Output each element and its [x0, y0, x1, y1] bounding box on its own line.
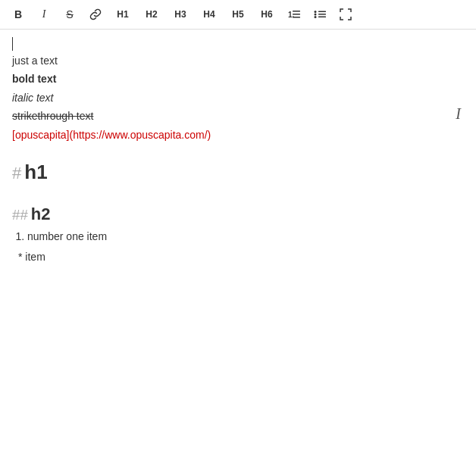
svg-rect-3 — [293, 17, 300, 18]
text-line-strikethrough: strikethrough text — [12, 108, 464, 124]
text-line-bold: bold text — [12, 70, 464, 87]
italic-text: italic text — [12, 92, 53, 104]
ordered-list-button[interactable]: 1. — [282, 3, 306, 26]
svg-rect-1 — [293, 11, 300, 12]
h2-prefix: ## — [12, 207, 28, 223]
svg-rect-2 — [293, 14, 300, 15]
h6-button[interactable]: H6 — [253, 3, 280, 26]
heading-h2: ##h2 — [12, 204, 464, 226]
strikethrough-button[interactable]: S — [58, 3, 82, 26]
cursor-indicator — [12, 37, 13, 51]
h5-button[interactable]: H5 — [224, 3, 252, 26]
svg-point-6 — [315, 16, 317, 18]
h6-label: H6 — [261, 9, 272, 20]
h4-label: H4 — [203, 9, 215, 20]
bold-label: B — [14, 8, 22, 20]
editor-toolbar: B I S H1 H2 H3 H4 H5 H6 1. — [0, 0, 476, 30]
strikethrough-text: strikethrough text — [12, 110, 93, 122]
bold-text: bold text — [12, 73, 56, 85]
link-icon — [89, 8, 102, 20]
text-cursor-icon: I — [456, 105, 461, 123]
ordered-item-text: number one item — [27, 230, 107, 242]
h3-button[interactable]: H3 — [167, 3, 194, 26]
h1-content: h1 — [24, 161, 47, 183]
text-line-link: [opuscapita](https://www.opuscapita.com/… — [12, 126, 464, 143]
svg-point-4 — [315, 11, 317, 13]
h3-label: H3 — [174, 9, 186, 20]
h1-prefix: # — [12, 164, 21, 183]
bullet-list: item — [18, 248, 464, 265]
bullet-list-item: item — [18, 248, 464, 265]
plain-text: just a text — [12, 55, 58, 67]
fullscreen-button[interactable] — [334, 3, 358, 26]
svg-rect-7 — [318, 11, 326, 13]
link-text: [opuscapita](https://www.opuscapita.com/… — [12, 129, 211, 141]
fullscreen-icon — [340, 8, 352, 20]
spacer-2 — [12, 189, 464, 195]
bold-button[interactable]: B — [6, 3, 30, 26]
h1-label: H1 — [117, 9, 128, 20]
cursor-line — [12, 37, 464, 51]
h1-button[interactable]: H1 — [109, 3, 136, 26]
svg-rect-9 — [318, 17, 326, 18]
text-line-italic: italic text — [12, 89, 464, 106]
link-button[interactable] — [83, 3, 108, 26]
italic-button[interactable]: I — [32, 3, 56, 26]
h4-button[interactable]: H4 — [196, 3, 223, 26]
ordered-list: number one item — [27, 228, 464, 245]
h2-label: H2 — [146, 9, 157, 20]
italic-label: I — [42, 8, 46, 20]
h2-content: h2 — [31, 205, 51, 223]
unordered-list-button[interactable] — [308, 3, 332, 26]
spacer-1 — [12, 145, 464, 151]
svg-rect-8 — [318, 14, 326, 15]
h2-button[interactable]: H2 — [138, 3, 165, 26]
ordered-list-item: number one item — [27, 228, 464, 245]
strike-label: S — [66, 8, 73, 20]
svg-point-5 — [315, 14, 317, 16]
h5-label: H5 — [232, 9, 243, 20]
unordered-list-icon — [314, 8, 326, 20]
editor-area[interactable]: just a text bold text italic text strike… — [0, 30, 476, 454]
ordered-list-icon: 1. — [288, 8, 300, 20]
text-line-plain: just a text — [12, 52, 464, 69]
heading-h1: #h1 — [12, 160, 464, 186]
bullet-item-text: item — [25, 251, 45, 263]
